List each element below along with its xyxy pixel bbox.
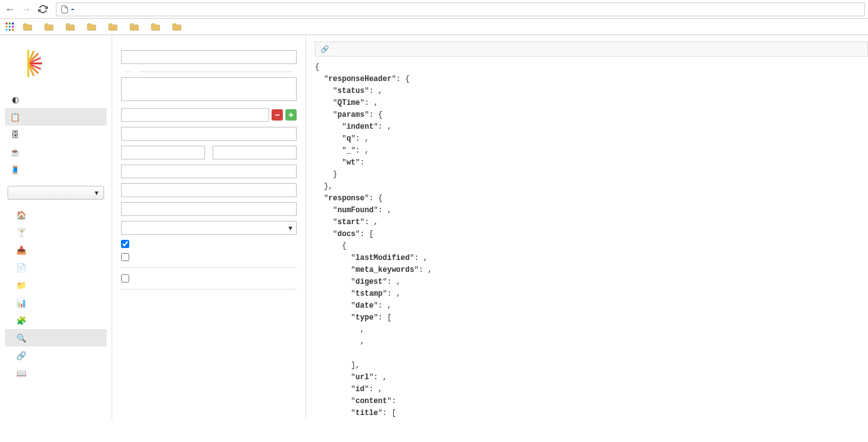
svg-rect-6 <box>6 29 8 31</box>
subnav-schema[interactable]: 📖 <box>5 364 107 382</box>
sort-input[interactable] <box>121 127 297 141</box>
nav-threaddump[interactable]: 🧵 <box>5 161 107 178</box>
raw-input[interactable] <box>121 202 297 216</box>
indent-checkbox[interactable] <box>121 240 297 248</box>
folder-icon <box>172 23 182 31</box>
bookmark-folder[interactable] <box>65 23 78 31</box>
forward-button[interactable]: → <box>19 3 33 16</box>
documents-icon: 📄 <box>16 262 26 272</box>
svg-rect-2 <box>12 23 14 24</box>
remove-fq-button[interactable]: − <box>272 109 283 121</box>
folder-icon <box>65 23 75 31</box>
svg-rect-3 <box>6 26 8 28</box>
folder-icon <box>108 23 118 31</box>
subnav-overview[interactable]: 🏠 <box>5 206 107 224</box>
df-input[interactable] <box>121 183 297 197</box>
subnav-documents[interactable]: 📄 <box>5 259 107 276</box>
url-selected <box>71 9 74 10</box>
bookmark-folder[interactable] <box>44 23 56 31</box>
java-icon: ☕ <box>10 147 20 157</box>
nav-dashboard[interactable]: ◐ <box>5 90 107 108</box>
back-button[interactable]: ← <box>3 3 17 16</box>
folder-icon <box>23 23 33 31</box>
folder-icon <box>129 23 139 31</box>
subnav-query[interactable]: 🔍 <box>5 329 107 347</box>
solr-logo <box>10 48 107 79</box>
query-form: − + ▾ <box>112 35 306 419</box>
fl-input[interactable] <box>121 164 297 178</box>
result-panel: 🔗 { "responseHeader": { "status": , "QTi… <box>306 35 868 419</box>
bookmark-folder[interactable] <box>23 23 35 31</box>
add-fq-button[interactable]: + <box>285 109 297 121</box>
nav-coreadmin[interactable]: 🗄 <box>5 126 107 143</box>
address-bar[interactable] <box>56 3 865 16</box>
wt-select[interactable]: ▾ <box>121 221 297 235</box>
query-url-bar[interactable]: 🔗 <box>315 41 868 57</box>
bookmarks-bar <box>0 19 868 35</box>
browser-toolbar: ← → <box>0 0 868 19</box>
replication-icon: 🔗 <box>16 350 26 360</box>
search-icon: 🔍 <box>16 333 26 343</box>
common-section <box>121 72 297 72</box>
plugins-icon: 🧩 <box>16 315 26 325</box>
bookmark-folder[interactable] <box>172 23 184 31</box>
svg-rect-0 <box>6 23 8 24</box>
folder-icon <box>151 23 161 31</box>
fq-input[interactable] <box>121 108 269 122</box>
coreadmin-icon: 🗄 <box>10 129 20 139</box>
qt-input[interactable] <box>121 50 297 64</box>
svg-rect-1 <box>9 23 11 24</box>
apps-icon[interactable] <box>5 22 15 32</box>
import-icon: 📥 <box>16 245 26 255</box>
subnav-analysis[interactable]: 🍸 <box>5 224 107 241</box>
link-icon: 🔗 <box>320 45 329 53</box>
ping-icon: 📊 <box>16 298 26 308</box>
dismax-checkbox[interactable] <box>121 274 297 283</box>
sun-icon <box>13 48 44 79</box>
chevron-down-icon: ▾ <box>95 188 98 197</box>
bookmark-folder[interactable] <box>129 23 142 31</box>
svg-rect-5 <box>12 26 14 28</box>
page-icon <box>60 5 69 14</box>
refresh-button[interactable] <box>36 3 50 16</box>
subnav-ping[interactable]: 📊 <box>5 294 107 311</box>
home-icon: 🏠 <box>16 210 26 220</box>
subnav-plugins[interactable]: 🧩 <box>5 311 107 329</box>
sidebar: ◐ 📋 🗄 ☕ 🧵 ▾ 🏠 🍸 📥 📄 📁 📊 🧩 🔍 🔗 📖 <box>0 35 112 419</box>
schema-icon: 📖 <box>16 368 26 378</box>
subnav-files[interactable]: 📁 <box>5 276 107 294</box>
nav-logging[interactable]: 📋 <box>5 108 107 126</box>
q-input[interactable] <box>121 77 297 101</box>
svg-rect-7 <box>9 29 11 31</box>
logging-icon: 📋 <box>10 112 20 122</box>
subnav-dataimport[interactable]: 📥 <box>5 241 107 259</box>
files-icon: 📁 <box>16 280 26 290</box>
json-output: { "responseHeader": { "status": , "QTime… <box>315 62 868 419</box>
bookmark-folder[interactable] <box>151 23 163 31</box>
svg-rect-8 <box>12 29 14 31</box>
folder-icon <box>87 23 97 31</box>
analysis-icon: 🍸 <box>16 227 26 237</box>
nav-javaprops[interactable]: ☕ <box>5 143 107 161</box>
core-selector[interactable]: ▾ <box>8 186 104 200</box>
bookmark-folder[interactable] <box>87 23 99 31</box>
subnav-replication[interactable]: 🔗 <box>5 347 107 364</box>
bookmark-folder[interactable] <box>108 23 120 31</box>
debugquery-checkbox[interactable] <box>121 253 297 261</box>
svg-rect-4 <box>9 26 11 28</box>
dashboard-icon: ◐ <box>10 94 20 104</box>
start-input[interactable] <box>121 146 205 159</box>
rows-input[interactable] <box>213 146 297 159</box>
folder-icon <box>44 23 54 31</box>
thread-icon: 🧵 <box>10 164 20 175</box>
chevron-down-icon: ▾ <box>288 224 292 232</box>
